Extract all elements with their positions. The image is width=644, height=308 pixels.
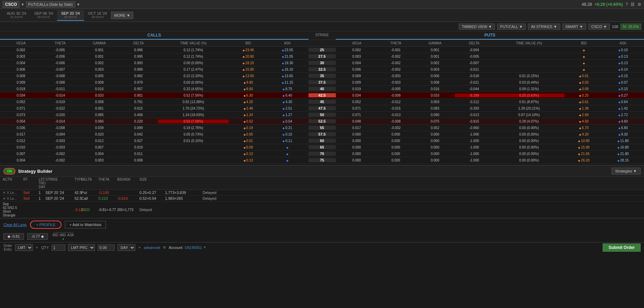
sb-toggle[interactable]: ON — [3, 168, 15, 174]
col-calls-ask: ASK — [268, 41, 307, 46]
col-puts-bid: BID — [564, 41, 604, 46]
leg1-date: SEP 20 '24 — [45, 191, 74, 195]
table-row[interactable]: 0.009 -0.008 0.005 0.982 0.22 (3.20%) 13… — [0, 73, 644, 79]
clear-all-btn[interactable]: Clear All Legs — [3, 223, 27, 227]
summary-theta2: 0.022 — [81, 208, 98, 212]
leg2-date: SEP 20 '24 — [45, 196, 74, 200]
summary-bidask2: -0.81×-0.77 — [98, 208, 117, 212]
leg2-delta: 0.220 — [98, 196, 117, 200]
profile-button[interactable]: + PROFILE — [30, 221, 62, 229]
all-strikes-btn[interactable]: All STRIKES ▼ — [528, 24, 560, 30]
calls-header: CALLS — [0, 31, 309, 40]
tab-aug30[interactable]: AUG 30 '24 31 DAYS — [3, 10, 30, 21]
price: 48.28 — [582, 2, 592, 7]
table-row[interactable]: 0.004 -0.006 0.002 0.993 0.00 (0.00%) 18… — [0, 60, 644, 66]
table-row[interactable]: 0.071 -0.022 0.081 0.615 1.70 (24.72%) 2… — [0, 105, 644, 112]
bid-label[interactable]: BID — [53, 233, 58, 237]
put-call-btn[interactable]: PUT/CALL ▼ — [497, 24, 526, 30]
table-row[interactable]: 0.034 -0.014 0.033 0.901 0.52 (7.56%) 6.… — [0, 92, 644, 99]
qty-input[interactable] — [52, 244, 65, 251]
tab-oct18[interactable]: OCT 18 '24 30 DAYS — [84, 10, 111, 21]
sb-table-header: ACTN RT LST TRD DAY STRIKE TYPE DELTA TH… — [0, 177, 644, 190]
col-calls-delta: DELTA — [119, 41, 158, 46]
col-actn: ACTN — [3, 178, 23, 189]
account-label: Account: — [169, 246, 183, 250]
table-row[interactable]: 0.010 -0.003 0.007 0.019 0.09 65 0.000 0… — [0, 144, 644, 151]
table-row[interactable]: 0.036 -0.008 0.039 0.099 0.19 (2.76%) 0.… — [0, 125, 644, 131]
table-row[interactable]: 0.073 -0.020 0.085 0.406 1.24 (18.03%) 1… — [0, 112, 644, 118]
strike-header: STRIKE — [309, 31, 336, 40]
account-area: Account: U6195551 ▼ — [169, 246, 206, 250]
table-row[interactable]: 0.006 -0.007 0.003 0.989 0.17 (2.47%) 15… — [0, 66, 644, 73]
table-row[interactable]: 0.009 -0.008 0.008 0.979 0.00 (0.00%) 9.… — [0, 79, 644, 86]
account-id: U6195551 — [185, 246, 202, 250]
col-bidask: BID/ASK — [117, 178, 139, 189]
chain-rows-container: 0.002 -0.005 0.001 0.996 0.12 (1.74%) 23… — [0, 47, 644, 164]
table-row[interactable]: 0.054 -0.014 0.066 0.220 0.52 (7.56%) 0.… — [0, 118, 644, 125]
lmt-price-input[interactable] — [98, 244, 115, 251]
tabbed-view-btn[interactable]: TABBED VIEW ▼ — [459, 24, 495, 30]
col-lsttrdday: LST TRD DAY — [39, 178, 45, 189]
leg1-action: Sell — [23, 191, 39, 195]
col-calls-vega: VEGA — [1, 41, 41, 46]
col-calls-timevalue: TIME VALUE (%) — [158, 41, 229, 46]
sb-leg-2: ✕ X Le... Sell 1 SEP 20 '24 52.5 Call 0.… — [0, 196, 644, 201]
leg1-le: X Le... — [7, 191, 17, 195]
ask-price-box[interactable]: -0.77 ◆ — [27, 233, 48, 240]
submit-order-button[interactable]: Submit Order — [603, 243, 641, 252]
leg2-theta: -0.014 — [117, 196, 139, 200]
tab-sep20[interactable]: SEP 20 '24 32 DAYS — [57, 10, 84, 21]
ask-label[interactable]: ASK — [67, 233, 74, 237]
smart-btn[interactable]: SMART ▼ — [562, 24, 586, 30]
table-row[interactable]: 0.007 -0.002 0.004 0.011 0.13 70 0.000 0… — [0, 151, 644, 157]
top-bar-left: CSCO ▼ PUT/CALLs (Side by Side) ▼ — [3, 1, 80, 8]
leg1-delta: -0.100 — [98, 191, 117, 195]
table-row[interactable]: 0.052 -0.019 0.058 0.791 0.92 (13.38%) 4… — [0, 99, 644, 105]
leg1-rt: 1 — [39, 191, 45, 195]
tab-sep06[interactable]: SEP 06 '24 30 DAYS — [30, 10, 57, 21]
leg2-x-btn[interactable]: ✕ — [3, 197, 5, 200]
col-size: SIZE — [139, 178, 165, 189]
mid-label[interactable]: MID — [60, 233, 66, 237]
account-dropdown-icon[interactable]: ▼ — [203, 246, 206, 249]
shares-value: 100 — [612, 25, 618, 29]
table-row[interactable]: 0.017 -0.004 0.020 0.042 0.05 (0.73%) 0.… — [0, 131, 644, 138]
bid-price-box[interactable]: ◆ -0.81 — [3, 233, 24, 240]
table-row[interactable]: 0.019 -0.011 0.016 0.957 0.32 (4.65%) 8.… — [0, 86, 644, 92]
strategies-button[interactable]: Strategies ▼ — [612, 168, 641, 174]
leg1-x-btn[interactable]: ✕ — [3, 191, 5, 195]
advanced-label[interactable]: advanced — [144, 246, 160, 250]
table-row[interactable]: 0.002 -0.005 0.001 0.996 0.12 (1.74%) 23… — [0, 47, 644, 53]
top-bar: CSCO ▼ PUT/CALLs (Side by Side) ▼ 48.28 … — [0, 0, 644, 9]
ticker[interactable]: CSCO — [3, 1, 19, 8]
date-tabs: AUG 30 '24 31 DAYS SEP 06 '24 30 DAYS SE… — [0, 9, 644, 22]
col-calls-theta: THETA — [41, 41, 80, 46]
csco-btn[interactable]: CSCO ▼ — [588, 24, 610, 30]
table-row[interactable]: 0.003 -0.006 0.001 0.995 0.12 (1.74%) 20… — [0, 53, 644, 60]
more-button[interactable]: MORE ▼ — [111, 12, 133, 19]
toolbar-row: TABBED VIEW ▼ PUT/CALL ▼ All STRIKES ▼ S… — [0, 22, 644, 31]
col-calls-gamma: GAMMA — [80, 41, 119, 46]
leg2-rt: 1 — [39, 196, 45, 200]
qty-label: QTY — [41, 246, 49, 250]
table-row[interactable]: 0.012 -0.003 0.012 0.027 0.01 (0.15%) 0.… — [0, 138, 644, 144]
leg1-size: 1,773×3,839 — [165, 191, 203, 195]
view-dropdown[interactable]: PUT/CALLs (Side by Side) — [26, 1, 75, 8]
leg1-strike: 42.5 — [74, 191, 81, 195]
day-select[interactable]: DAY — [118, 244, 135, 251]
summary-label: Sep 42.5/52.5 Short Strangle — [3, 202, 23, 217]
sb-header: ON Strategy Builder Strategies ▼ — [0, 166, 644, 177]
order-type-select[interactable]: LMT — [15, 244, 33, 251]
table-row[interactable]: 0.004 -0.002 0.003 0.008 0.13 75 0.000 0… — [0, 157, 644, 164]
leg2-size: 1,983×265 — [165, 196, 203, 200]
col-puts-gamma: GAMMA — [415, 41, 455, 46]
watchlist-button[interactable]: + Add to Watchlists — [65, 221, 106, 228]
col-puts-ask: ASK — [603, 41, 643, 46]
settings-icon[interactable]: ⚙ — [638, 2, 641, 7]
link-icon[interactable]: ⛓ — [631, 2, 635, 7]
help-icon[interactable]: ? — [626, 2, 628, 7]
leg2-strike: 52.5 — [74, 196, 81, 200]
lmt-prc-select[interactable]: LMT PRC — [68, 244, 95, 251]
leg1-type: Put — [81, 191, 98, 195]
col-theta: THETA — [98, 178, 117, 189]
